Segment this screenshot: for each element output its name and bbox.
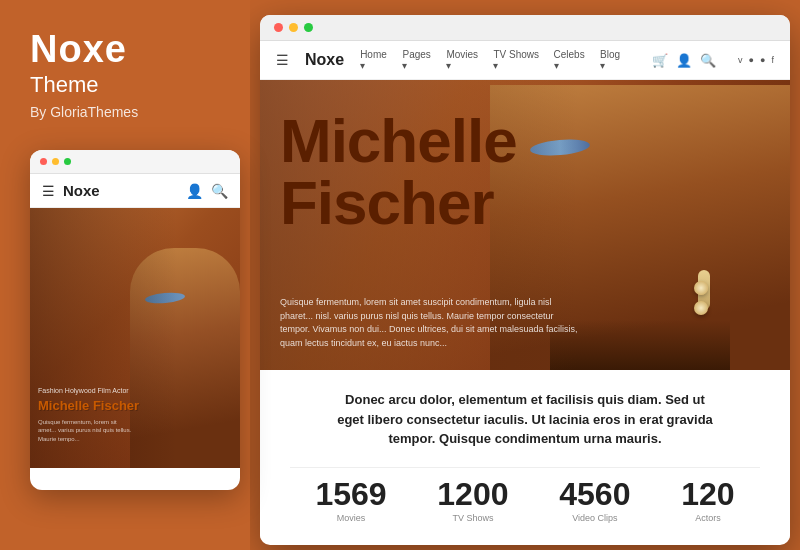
desktop-dot-green — [304, 23, 313, 32]
desktop-stats-row: 1569 Movies 1200 TV Shows 4560 Video Cli… — [290, 467, 760, 523]
stat-tvshows-number: 1200 — [437, 478, 508, 510]
social-icon-2[interactable]: ● — [760, 55, 765, 65]
desktop-preview: ☰ Noxe Home ▾ Pages ▾ Movies ▾ TV Shows … — [260, 15, 790, 545]
brand-author: By GloriaThemes — [30, 104, 220, 120]
desktop-user-icon[interactable]: 👤 — [676, 53, 692, 68]
desktop-hero: Michelle Fischer Quisque fermentum, lore… — [260, 80, 790, 370]
nav-link-tvshows[interactable]: TV Shows ▾ — [493, 49, 543, 71]
mobile-preview: ☰ Noxe 👤 🔍 Fashion Holywood Film Actor M… — [30, 150, 240, 490]
desktop-content-section: Donec arcu dolor, elementum et facilisis… — [260, 370, 790, 538]
mobile-dot-yellow — [52, 158, 59, 165]
stat-movies: 1569 Movies — [315, 478, 386, 523]
brand-name: Noxe — [30, 30, 220, 68]
mobile-hero: Fashion Holywood Film Actor Michelle Fis… — [30, 208, 240, 468]
stat-tvshows: 1200 TV Shows — [437, 478, 508, 523]
left-panel: Noxe Theme By GloriaThemes ☰ Noxe 👤 🔍 — [0, 0, 250, 550]
earring-pearl-2 — [694, 301, 708, 315]
mobile-hero-name: Michelle Fischer — [38, 398, 139, 414]
nav-link-pages[interactable]: Pages ▾ — [402, 49, 436, 71]
desktop-hero-description: Quisque fermentum, lorem sit amet suscip… — [280, 296, 580, 350]
stat-videoclips: 4560 Video Clips — [559, 478, 630, 523]
mobile-dot-green — [64, 158, 71, 165]
mobile-logo: Noxe — [63, 182, 186, 199]
desktop-logo: Noxe — [305, 51, 344, 69]
mobile-nav-icons: 👤 🔍 — [186, 183, 228, 199]
desktop-nav-links: Home ▾ Pages ▾ Movies ▾ TV Shows ▾ Celeb… — [360, 49, 626, 71]
mobile-hero-text: Fashion Holywood Film Actor Michelle Fis… — [38, 387, 139, 443]
stat-tvshows-label: TV Shows — [437, 513, 508, 523]
stat-movies-label: Movies — [315, 513, 386, 523]
stat-actors-label: Actors — [681, 513, 734, 523]
stat-videoclips-label: Video Clips — [559, 513, 630, 523]
stat-movies-number: 1569 — [315, 478, 386, 510]
desktop-featured-text: Donec arcu dolor, elementum et facilisis… — [335, 390, 715, 449]
mobile-dot-red — [40, 158, 47, 165]
desktop-nav: ☰ Noxe Home ▾ Pages ▾ Movies ▾ TV Shows … — [260, 41, 790, 80]
nav-link-blog[interactable]: Blog ▾ — [600, 49, 626, 71]
earring-pearl — [694, 281, 708, 295]
desktop-nav-icons: 🛒 👤 🔍 — [652, 53, 716, 68]
stat-videoclips-number: 4560 — [559, 478, 630, 510]
mobile-nav: ☰ Noxe 👤 🔍 — [30, 174, 240, 208]
stat-actors: 120 Actors — [681, 478, 734, 523]
nav-link-movies[interactable]: Movies ▾ — [446, 49, 483, 71]
mobile-category: Fashion Holywood Film Actor — [38, 387, 139, 394]
social-icon-1[interactable]: ● — [749, 55, 754, 65]
desktop-hero-name-line1: Michelle — [280, 110, 517, 172]
social-v-icon[interactable]: v — [738, 55, 743, 65]
desktop-dot-red — [274, 23, 283, 32]
desktop-browser-bar — [260, 15, 790, 41]
mobile-hero-desc: Quisque fermentum, lorem sit amet... var… — [38, 418, 133, 443]
social-f-icon[interactable]: f — [771, 55, 774, 65]
brand-subtitle: Theme — [30, 72, 220, 98]
desktop-cart-icon[interactable]: 🛒 — [652, 53, 668, 68]
desktop-social-icons: v ● ● f — [738, 55, 774, 65]
desktop-hero-text: Michelle Fischer — [280, 110, 517, 234]
desktop-hero-name-line2: Fischer — [280, 172, 517, 234]
desktop-dot-yellow — [289, 23, 298, 32]
mobile-user-icon[interactable]: 👤 — [186, 183, 203, 199]
nav-link-celebs[interactable]: Celebs ▾ — [554, 49, 591, 71]
desktop-hamburger-icon[interactable]: ☰ — [276, 52, 289, 68]
mobile-hamburger-icon[interactable]: ☰ — [42, 183, 55, 199]
mobile-search-icon[interactable]: 🔍 — [211, 183, 228, 199]
mobile-browser-bar — [30, 150, 240, 174]
stat-actors-number: 120 — [681, 478, 734, 510]
nav-link-home[interactable]: Home ▾ — [360, 49, 392, 71]
desktop-search-icon[interactable]: 🔍 — [700, 53, 716, 68]
